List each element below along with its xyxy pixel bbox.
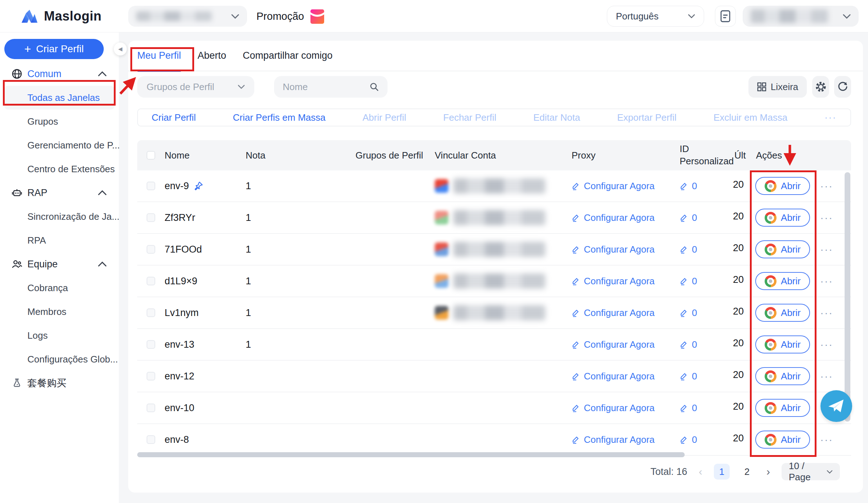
last-open-time-clipped: 20 bbox=[733, 338, 744, 349]
custom-id-link[interactable]: 0 bbox=[680, 307, 732, 319]
row-checkbox[interactable] bbox=[147, 372, 155, 380]
custom-id-link[interactable]: 0 bbox=[680, 181, 732, 192]
action-criar-perfis-em-massa[interactable]: Criar Perfis em Massa bbox=[233, 112, 326, 123]
sidebar-collapse-button[interactable]: ◀ bbox=[114, 43, 127, 55]
workspace-selector[interactable] bbox=[128, 6, 247, 27]
configure-proxy-link[interactable]: Configurar Agora bbox=[572, 371, 675, 382]
tab-compartilhar-comigo[interactable]: Compartilhar comigo bbox=[243, 40, 332, 71]
row-more-button[interactable]: ··· bbox=[820, 370, 833, 382]
action-exportar-perfil[interactable]: Exportar Perfil bbox=[617, 112, 677, 123]
page-1-button[interactable]: 1 bbox=[714, 464, 730, 480]
open-profile-button[interactable]: Abrir bbox=[755, 177, 810, 195]
configure-proxy-link[interactable]: Configurar Agora bbox=[572, 276, 675, 287]
tab-aberto[interactable]: Aberto bbox=[198, 40, 227, 71]
page-size-select[interactable]: 10 / Page bbox=[782, 463, 840, 480]
sidebar-item-equipe[interactable]: Equipe bbox=[0, 252, 119, 276]
name-search-input[interactable] bbox=[283, 81, 362, 93]
open-profile-button[interactable]: Abrir bbox=[755, 399, 810, 417]
row-checkbox[interactable] bbox=[147, 277, 155, 285]
horizontal-scrollbar[interactable] bbox=[137, 452, 685, 457]
page-2-button[interactable]: 2 bbox=[739, 464, 755, 480]
vertical-scrollbar[interactable] bbox=[845, 172, 850, 422]
configure-proxy-link[interactable]: Configurar Agora bbox=[572, 339, 675, 350]
action-more-button[interactable]: ··· bbox=[824, 112, 837, 123]
row-more-button[interactable]: ··· bbox=[820, 243, 833, 255]
configure-proxy-link[interactable]: Configurar Agora bbox=[572, 307, 675, 319]
custom-id-link[interactable]: 0 bbox=[680, 434, 732, 445]
custom-id-link[interactable]: 0 bbox=[680, 276, 732, 287]
user-account-menu[interactable] bbox=[743, 6, 859, 27]
row-checkbox[interactable] bbox=[147, 404, 155, 412]
create-profile-button[interactable]: + Criar Perfil bbox=[4, 39, 104, 59]
custom-id-link[interactable]: 0 bbox=[680, 371, 732, 382]
edit-pencil-icon bbox=[572, 213, 580, 222]
sidebar-item-sincronizacao[interactable]: Sincronização de Ja... bbox=[0, 205, 119, 228]
select-all-checkbox[interactable] bbox=[147, 151, 155, 160]
refresh-button[interactable] bbox=[834, 76, 851, 98]
custom-id-link[interactable]: 0 bbox=[680, 212, 732, 223]
custom-id-link[interactable]: 0 bbox=[680, 244, 732, 255]
search-icon[interactable] bbox=[370, 82, 379, 92]
sidebar-item-grupos[interactable]: Grupos bbox=[0, 110, 119, 133]
edit-pencil-icon bbox=[680, 404, 688, 412]
sidebar-item-todas-as-janelas[interactable]: Todas as Janelas bbox=[4, 86, 115, 110]
sidebar-item-cobranca[interactable]: Cobrança bbox=[0, 276, 119, 300]
profile-groups-select[interactable]: Grupos de Perfil bbox=[137, 76, 254, 98]
row-more-button[interactable]: ··· bbox=[820, 433, 833, 446]
row-more-button[interactable]: ··· bbox=[820, 307, 833, 319]
open-profile-button[interactable]: Abrir bbox=[755, 272, 810, 290]
sidebar-item-comum[interactable]: Comum bbox=[0, 62, 119, 86]
action-criar-perfil[interactable]: Criar Perfil bbox=[152, 112, 196, 123]
action-excluir-em-massa[interactable]: Excluir em Massa bbox=[713, 112, 787, 123]
chevron-down-icon bbox=[688, 14, 695, 18]
row-checkbox[interactable] bbox=[147, 213, 155, 222]
open-profile-button[interactable]: Abrir bbox=[755, 367, 810, 385]
chevron-up-icon bbox=[98, 262, 107, 267]
row-more-button[interactable]: ··· bbox=[820, 180, 833, 192]
tab-meu-perfil[interactable]: Meu Perfil bbox=[137, 40, 181, 71]
promotion-link[interactable]: Promoção bbox=[256, 0, 325, 32]
open-profile-button[interactable]: Abrir bbox=[755, 431, 810, 449]
profile-name: env-12 bbox=[165, 371, 194, 382]
row-checkbox[interactable] bbox=[147, 182, 155, 190]
sidebar-item-logs[interactable]: Logs bbox=[0, 324, 119, 347]
row-checkbox[interactable] bbox=[147, 308, 155, 317]
open-profile-button[interactable]: Abrir bbox=[755, 240, 810, 258]
telegram-button[interactable] bbox=[820, 390, 852, 422]
sidebar-item-rpa[interactable]: RPA bbox=[0, 228, 119, 252]
configure-proxy-link[interactable]: Configurar Agora bbox=[572, 402, 675, 414]
chevron-down-icon bbox=[827, 470, 833, 474]
open-profile-button[interactable]: Abrir bbox=[755, 335, 810, 353]
sidebar-item-membros[interactable]: Membros bbox=[0, 300, 119, 324]
configure-proxy-link[interactable]: Configurar Agora bbox=[572, 244, 675, 255]
action-fechar-perfil[interactable]: Fechar Perfil bbox=[443, 112, 496, 123]
language-selector[interactable]: Português bbox=[607, 6, 704, 27]
sidebar-item-configuracoes[interactable]: Configurações Glob... bbox=[0, 347, 119, 371]
row-more-button[interactable]: ··· bbox=[820, 275, 833, 287]
open-profile-button[interactable]: Abrir bbox=[755, 209, 810, 227]
configure-proxy-link[interactable]: Configurar Agora bbox=[572, 434, 675, 445]
row-checkbox[interactable] bbox=[147, 245, 155, 254]
open-profile-button[interactable]: Abrir bbox=[755, 304, 810, 322]
row-checkbox[interactable] bbox=[147, 435, 155, 444]
docs-button[interactable] bbox=[715, 6, 736, 27]
configure-proxy-link[interactable]: Configurar Agora bbox=[572, 181, 675, 192]
custom-id-link[interactable]: 0 bbox=[680, 339, 732, 350]
sidebar-item-centro-extensoes[interactable]: Centro de Extensões bbox=[0, 157, 119, 181]
sidebar-item-gerenciamento[interactable]: Gerenciamento de P... bbox=[0, 133, 119, 157]
custom-id-link[interactable]: 0 bbox=[680, 402, 732, 414]
sidebar-item-plan-purchase[interactable]: 套餐购买 bbox=[0, 371, 119, 395]
prev-page-icon[interactable]: ‹ bbox=[697, 466, 704, 478]
chrome-icon bbox=[765, 212, 777, 224]
action-abrir-perfil[interactable]: Abrir Perfil bbox=[362, 112, 406, 123]
next-page-icon[interactable]: › bbox=[764, 466, 772, 478]
action-editar-nota[interactable]: Editar Nota bbox=[533, 112, 580, 123]
team-icon bbox=[12, 259, 22, 270]
sidebar-item-rap[interactable]: RAP bbox=[0, 181, 119, 205]
row-more-button[interactable]: ··· bbox=[820, 212, 833, 224]
trash-button[interactable]: Lixeira bbox=[748, 76, 807, 98]
row-more-button[interactable]: ··· bbox=[820, 338, 833, 351]
row-checkbox[interactable] bbox=[147, 340, 155, 349]
configure-proxy-link[interactable]: Configurar Agora bbox=[572, 212, 675, 223]
settings-button[interactable] bbox=[812, 76, 829, 98]
